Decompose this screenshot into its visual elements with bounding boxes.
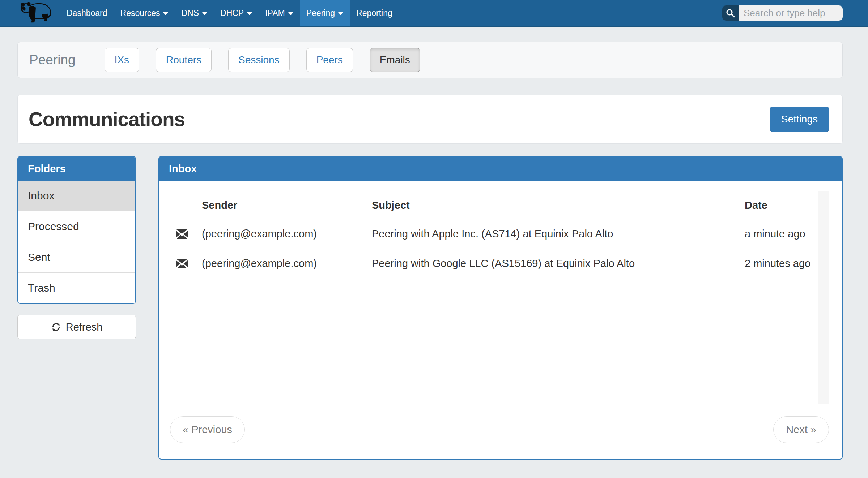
mail-sender: (peering@example.com) — [196, 249, 366, 279]
inbox-panel-body: Sender Subject Date — [159, 181, 842, 459]
search-icon[interactable] — [722, 5, 739, 21]
mail-subject: Peering with Google LLC (AS15169) at Equ… — [366, 249, 739, 279]
inbox-panel: Inbox Sender Subject Date — [158, 156, 843, 460]
nav-item-dashboard[interactable]: Dashboard — [60, 0, 114, 26]
refresh-icon — [51, 322, 61, 332]
tab-emails[interactable]: Emails — [370, 48, 420, 72]
mail-row-icon-cell — [170, 249, 196, 279]
inbox-column: Inbox Sender Subject Date — [158, 156, 843, 460]
communications-header: Communications Settings — [17, 95, 843, 144]
nav-label: Dashboard — [67, 8, 107, 18]
folder-item-inbox[interactable]: Inbox — [18, 181, 135, 211]
mail-table: Sender Subject Date — [170, 191, 817, 278]
folder-item-trash[interactable]: Trash — [18, 272, 135, 303]
nav-label: Reporting — [356, 8, 392, 18]
nav-label: DHCP — [220, 8, 244, 18]
folders-panel-heading: Folders — [18, 157, 135, 181]
folders-panel: Folders Inbox Processed Sent Trash — [17, 156, 136, 304]
mail-table-header-row: Sender Subject Date — [170, 191, 817, 219]
refresh-label: Refresh — [66, 321, 103, 333]
envelope-icon — [176, 229, 188, 239]
tab-peers[interactable]: Peers — [306, 48, 353, 72]
subject-column-header: Subject — [366, 191, 739, 219]
chevron-down-icon — [338, 12, 343, 15]
page-title: Communications — [29, 108, 185, 131]
chevron-down-icon — [163, 12, 168, 15]
tab-sessions[interactable]: Sessions — [228, 48, 290, 72]
tab-ixs[interactable]: IXs — [105, 48, 139, 72]
next-page-button[interactable]: Next » — [773, 416, 829, 443]
refresh-button[interactable]: Refresh — [17, 315, 136, 339]
mail-subject: Peering with Apple Inc. (AS714) at Equin… — [366, 219, 739, 249]
search-input[interactable] — [739, 5, 843, 21]
nav-item-ipam[interactable]: IPAM — [259, 0, 300, 26]
mail-row[interactable]: (peering@example.com) Peering with Apple… — [170, 219, 817, 249]
peering-toolbar: Peering IXs Routers Sessions Peers Email… — [17, 42, 843, 78]
mail-sender: (peering@example.com) — [196, 219, 366, 249]
nav-label: DNS — [181, 8, 199, 18]
panda-logo-icon — [18, 1, 53, 25]
global-search — [722, 5, 843, 21]
nav-item-dhcp[interactable]: DHCP — [214, 0, 259, 26]
mail-row-icon-cell — [170, 219, 196, 249]
folders-column: Folders Inbox Processed Sent Trash — [17, 156, 136, 339]
envelope-icon — [176, 259, 188, 268]
folder-item-processed[interactable]: Processed — [18, 211, 135, 242]
settings-button[interactable]: Settings — [770, 107, 829, 132]
table-scrollbar[interactable] — [818, 191, 829, 404]
nav-item-reporting[interactable]: Reporting — [350, 0, 399, 26]
nav-label: Peering — [306, 8, 335, 18]
toolbar-title: Peering — [29, 52, 76, 68]
previous-page-button[interactable]: « Previous — [170, 416, 245, 443]
main-menu: Dashboard Resources DNS DHCP IPAM Peerin… — [60, 0, 399, 26]
folder-item-sent[interactable]: Sent — [18, 242, 135, 272]
sender-column-header: Sender — [196, 191, 366, 219]
mail-row[interactable]: (peering@example.com) Peering with Googl… — [170, 249, 817, 279]
top-navbar: Dashboard Resources DNS DHCP IPAM Peerin… — [0, 0, 868, 27]
folder-list: Inbox Processed Sent Trash — [18, 181, 135, 303]
nav-label: Resources — [120, 8, 160, 18]
chevron-down-icon — [202, 12, 207, 15]
tab-routers[interactable]: Routers — [156, 48, 212, 72]
inbox-panel-heading: Inbox — [159, 157, 842, 181]
chevron-down-icon — [247, 12, 252, 15]
pagination: « Previous Next » — [170, 416, 829, 443]
date-column-header: Date — [739, 191, 817, 219]
mail-date: 2 minutes ago — [739, 249, 817, 279]
mail-date: a minute ago — [739, 219, 817, 249]
mail-table-wrap: Sender Subject Date — [170, 191, 829, 404]
nav-item-dns[interactable]: DNS — [175, 0, 214, 26]
nav-item-resources[interactable]: Resources — [114, 0, 175, 26]
main-grid: Folders Inbox Processed Sent Trash — [17, 156, 843, 460]
nav-item-peering[interactable]: Peering — [300, 0, 350, 26]
nav-label: IPAM — [265, 8, 285, 18]
icon-column-header — [170, 191, 196, 219]
chevron-down-icon — [288, 12, 293, 15]
